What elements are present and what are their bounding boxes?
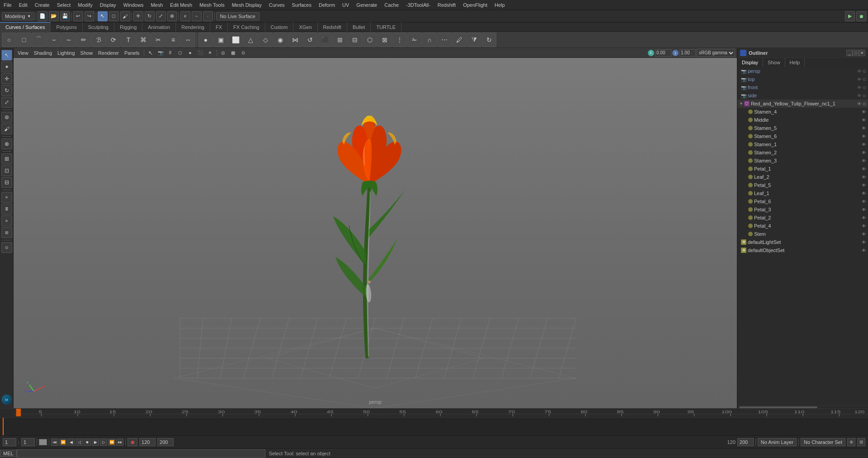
pb-go-end[interactable]: ⏭ [116, 439, 123, 446]
pb-play-back[interactable]: ◁ [75, 439, 83, 446]
select-tool-icon[interactable]: ↖ [98, 11, 108, 21]
pb-next-key[interactable]: ⏩ [108, 439, 115, 446]
tree-item-petal6[interactable]: Petal_6 👁 [737, 197, 868, 205]
lt-icon-b[interactable]: ≣ [1, 204, 12, 215]
new-scene-icon[interactable]: 📄 [38, 11, 47, 21]
show-manip-lt[interactable]: ⊕ [1, 138, 12, 149]
outliner-restore-btn[interactable]: □ [853, 50, 859, 56]
universal-manip-icon[interactable]: ⊕ [167, 11, 177, 21]
shelf-fill-icon[interactable]: ⬡ [363, 33, 377, 47]
shelf-tab-fxcaching[interactable]: FX Caching [228, 22, 265, 32]
layout-icon1[interactable]: ⊞ [1, 153, 12, 164]
pb-step-fwd[interactable]: ▷ [100, 439, 107, 446]
shelf-trim-icon[interactable]: ✁ [407, 33, 422, 47]
vp-menu-shading[interactable]: Shading [32, 50, 54, 56]
ipr-render-icon[interactable]: ⏺ [856, 11, 866, 21]
pb-step-back[interactable]: ◀ [67, 439, 75, 446]
gamma-mode-select[interactable]: sRGB gamma [697, 49, 735, 57]
shelf-tab-curves[interactable]: Curves / Surfaces [0, 22, 51, 32]
tree-item-top[interactable]: 📷 top 👁⊙ [737, 75, 868, 83]
shelf-bezier-icon[interactable]: ℬ [91, 33, 106, 47]
menu-cache[interactable]: Cache [381, 1, 402, 9]
tree-item-defaultobjectset[interactable]: ⊞ defaultObjectSet 👁 [737, 246, 868, 254]
timeline-ruler[interactable]: 5 10 15 20 25 30 35 40 45 50 55 60 65 70 [0, 409, 868, 418]
exposure-value[interactable] [655, 49, 671, 57]
menu-help[interactable]: Help [491, 1, 509, 9]
vp-menu-renderer[interactable]: Renderer [96, 50, 121, 56]
shelf-square-icon[interactable]: □ [17, 33, 31, 47]
tree-item-stamen4[interactable]: Stamen_4 👁 [737, 108, 868, 116]
outliner-minimize-btn[interactable]: _ [846, 50, 853, 56]
mode-dropdown[interactable]: Modeling ▼ [2, 12, 34, 20]
tree-item-tulip-root[interactable]: ▼ ⬡ Red_and_Yellow_Tulip_Flower_nc1_1 👁 … [737, 100, 868, 108]
outliner-tab-help[interactable]: Help [785, 58, 805, 67]
tree-item-leaf1[interactable]: Leaf_1 👁 [737, 189, 868, 197]
menu-file[interactable]: File [0, 1, 15, 9]
range-start-input[interactable] [139, 438, 156, 446]
range-end-input[interactable] [157, 438, 174, 446]
menu-deform[interactable]: Deform [315, 1, 339, 9]
shelf-project-icon[interactable]: ⋮ [392, 33, 407, 47]
shelf-sculpt-icon[interactable]: 🖊 [452, 33, 467, 47]
shelf-extrude-icon[interactable]: ⬛ [318, 33, 332, 47]
lt-icon-a[interactable]: ≡ [1, 192, 12, 203]
vp-isolate-icon[interactable]: ◎ [219, 49, 228, 57]
menu-edit-mesh[interactable]: Edit Mesh [166, 1, 196, 9]
snap-curve-icon[interactable]: ~ [192, 11, 202, 21]
shelf-ep-curve-icon[interactable]: ∼ [61, 33, 76, 47]
undo-icon[interactable]: ↩ [73, 11, 83, 21]
soft-mod-tool-lt[interactable]: ⊛ [1, 112, 12, 123]
tree-item-defaultlightset[interactable]: ⊞ defaultLightSet 👁 [737, 238, 868, 246]
shelf-align-icon[interactable]: ≡ [166, 33, 180, 47]
render-settings-icon[interactable]: ▶ [845, 11, 855, 21]
shelf-tab-rendering[interactable]: Rendering [176, 22, 210, 32]
vp-smooth-icon[interactable]: ● [186, 49, 195, 57]
menu-windows[interactable]: Windows [120, 1, 147, 9]
shelf-sphere-icon[interactable]: ● [198, 33, 213, 47]
tree-item-side[interactable]: 📷 side 👁⊙ [737, 91, 868, 100]
scale-tool-lt[interactable]: ⤢ [1, 97, 12, 108]
rotate-tool-icon[interactable]: ↻ [145, 11, 155, 21]
shelf-patch-icon[interactable]: ⊠ [377, 33, 392, 47]
layout-icon3[interactable]: ⊟ [1, 177, 12, 188]
pb-stop[interactable]: ■ [84, 439, 91, 446]
vp-menu-view[interactable]: View [15, 50, 31, 56]
live-surface-btn[interactable]: No Live Surface [216, 12, 259, 20]
snap-grid-icon[interactable]: # [180, 11, 190, 21]
shelf-loft-icon[interactable]: ⋈ [288, 33, 302, 47]
tree-item-front[interactable]: 📷 front 👁⊙ [737, 83, 868, 91]
shelf-diamond-icon[interactable]: ◇ [258, 33, 273, 47]
shelf-mirror-icon[interactable]: ⧩ [467, 33, 481, 47]
outliner-tree[interactable]: 📷 persp 👁⊙ 📷 top 👁⊙ 📷 front 👁⊙ 📷 side [737, 67, 868, 406]
vp-camera-icon[interactable]: 📷 [156, 49, 165, 57]
max-frame-input[interactable] [737, 438, 754, 446]
outliner-tab-display[interactable]: Display [737, 58, 763, 67]
save-scene-icon[interactable]: 💾 [60, 11, 70, 21]
color-swatch[interactable] [39, 439, 47, 445]
tree-item-petal5[interactable]: Petal_5 👁 [737, 181, 868, 189]
tree-item-stamen3[interactable]: Stamen_3 👁 [737, 157, 868, 165]
char-set-icon[interactable]: ⊕ [847, 438, 855, 446]
shelf-torus-icon[interactable]: ◉ [273, 33, 288, 47]
vp-menu-lighting[interactable]: Lighting [55, 50, 77, 56]
shelf-stitch-icon[interactable]: ⋯ [437, 33, 452, 47]
shelf-type-icon[interactable]: T [121, 33, 136, 47]
shelf-cube-icon[interactable]: ▣ [213, 33, 228, 47]
pb-play-fwd[interactable]: ▶ [92, 439, 99, 446]
select-tool-lt[interactable]: ↖ [1, 50, 12, 61]
tree-item-petal4[interactable]: Petal_4 👁 [737, 222, 868, 230]
snap-point-icon[interactable]: · [203, 11, 213, 21]
tree-item-petal2[interactable]: Petal_2 👁 [737, 214, 868, 222]
viewport-content[interactable]: persp X Y Z [14, 58, 737, 408]
tree-item-stamen2[interactable]: Stamen_2 👁 [737, 148, 868, 157]
outliner-tab-show[interactable]: Show [763, 58, 785, 67]
shelf-tab-animation[interactable]: Animation [142, 22, 176, 32]
menu-modify[interactable]: Modify [74, 1, 96, 9]
shelf-tab-sculpting[interactable]: Sculpting [83, 22, 114, 32]
vp-texture-icon[interactable]: ⬛ [196, 49, 205, 57]
timeline-body[interactable] [0, 418, 868, 435]
paint-select-icon[interactable]: 🖌 [120, 11, 130, 21]
menu-surfaces[interactable]: Surfaces [288, 1, 315, 9]
char-set-icon2[interactable]: ⊞ [857, 438, 865, 446]
rotate-tool-lt[interactable]: ↻ [1, 85, 12, 96]
